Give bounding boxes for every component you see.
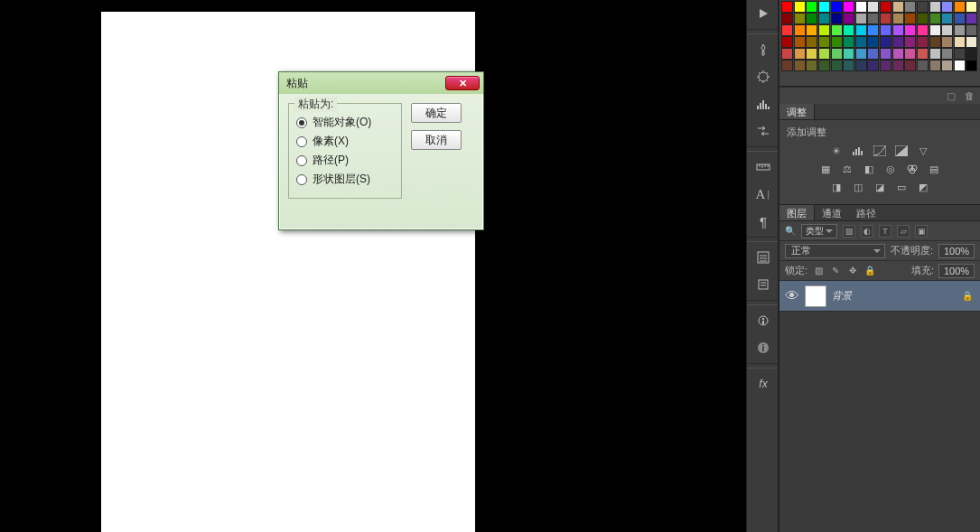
swatch[interactable]	[781, 60, 793, 71]
blend-mode-dropdown[interactable]: 正常	[785, 244, 885, 258]
swatch[interactable]	[843, 24, 854, 36]
levels-icon[interactable]	[851, 145, 865, 157]
swatch[interactable]	[941, 48, 953, 60]
swatch[interactable]	[855, 60, 867, 71]
swatch[interactable]	[904, 13, 916, 24]
gradient-map-icon[interactable]: ▭	[894, 181, 909, 193]
swatch[interactable]	[818, 48, 830, 60]
invert-icon[interactable]: ◨	[829, 181, 844, 193]
swatch[interactable]	[966, 48, 977, 60]
curves-icon[interactable]	[873, 145, 887, 157]
swatch[interactable]	[855, 24, 867, 36]
swatch[interactable]	[941, 36, 953, 48]
layer-row[interactable]: 👁 背景 🔒	[779, 281, 980, 312]
swatch[interactable]	[843, 36, 854, 48]
swatch[interactable]	[843, 48, 854, 60]
swatch[interactable]	[966, 24, 977, 36]
tab-paths[interactable]: 路径	[849, 205, 883, 220]
filter-shape-icon[interactable]: ▱	[897, 225, 910, 238]
list-icon[interactable]	[747, 244, 779, 271]
brightness-icon[interactable]: ☀	[829, 145, 844, 157]
balance-icon[interactable]: ⚖	[840, 163, 854, 175]
swatch[interactable]	[917, 24, 929, 36]
brush-preset-icon[interactable]	[747, 36, 779, 63]
tab-channels[interactable]: 通道	[815, 205, 849, 220]
swatch[interactable]	[892, 36, 904, 48]
lookup-icon[interactable]: ▤	[927, 163, 941, 175]
swatch[interactable]	[904, 36, 916, 48]
swatch[interactable]	[954, 60, 966, 71]
swatch[interactable]	[818, 60, 830, 71]
swatch[interactable]	[867, 1, 879, 13]
opacity-value[interactable]: 100%	[938, 244, 975, 258]
swatch[interactable]	[818, 13, 830, 24]
swatch[interactable]	[818, 24, 830, 36]
layers-swap-icon[interactable]	[747, 117, 779, 145]
notes-icon[interactable]	[747, 271, 779, 298]
filter-type-dropdown[interactable]: 类型	[801, 224, 837, 238]
swatch[interactable]	[954, 24, 966, 36]
bw-icon[interactable]: ◧	[862, 163, 876, 175]
fx-icon[interactable]: fx	[747, 370, 779, 397]
swatch[interactable]	[892, 1, 904, 13]
swatch[interactable]	[929, 60, 941, 71]
swatch[interactable]	[855, 36, 867, 48]
tab-adjustments[interactable]: 调整	[779, 104, 815, 119]
swatch[interactable]	[806, 48, 817, 60]
swatch[interactable]	[904, 24, 916, 36]
swatch[interactable]	[855, 1, 867, 13]
filter-pixel-icon[interactable]: ▧	[843, 225, 855, 238]
swatch[interactable]	[904, 48, 916, 60]
swatch[interactable]	[954, 36, 966, 48]
swatch[interactable]	[917, 60, 929, 71]
swatch[interactable]	[917, 36, 929, 48]
swatch[interactable]	[843, 1, 854, 13]
radio-option-0[interactable]: 智能对象(O)	[296, 115, 394, 130]
swatch[interactable]	[781, 36, 793, 48]
swatch[interactable]	[855, 13, 867, 24]
swatch[interactable]	[966, 36, 977, 48]
swatch[interactable]	[781, 1, 793, 13]
swatch[interactable]	[794, 48, 806, 60]
lock-transparency-icon[interactable]: ▨	[812, 265, 825, 277]
swatch[interactable]	[831, 36, 843, 48]
lock-image-icon[interactable]: ✎	[829, 265, 842, 277]
swatch[interactable]	[781, 13, 793, 24]
lock-all-icon[interactable]: 🔒	[863, 265, 876, 277]
swatch[interactable]	[831, 13, 843, 24]
swatch[interactable]	[929, 13, 941, 24]
photo-filter-icon[interactable]: ◎	[883, 163, 898, 175]
swatch[interactable]	[966, 60, 977, 71]
close-button[interactable]: ✕	[445, 76, 480, 90]
swatch[interactable]	[794, 60, 806, 71]
text-a-icon[interactable]: A│	[747, 181, 779, 208]
swatch[interactable]	[831, 48, 843, 60]
swatch[interactable]	[831, 60, 843, 71]
swatch[interactable]	[880, 36, 891, 48]
radio-dot[interactable]	[296, 174, 307, 185]
ok-button[interactable]: 确定	[411, 103, 462, 123]
swatch[interactable]	[929, 24, 941, 36]
paragraph-icon[interactable]: ¶	[747, 208, 779, 235]
swatch[interactable]	[917, 13, 929, 24]
swatch[interactable]	[794, 36, 806, 48]
swatch[interactable]	[941, 60, 953, 71]
swatch[interactable]	[794, 13, 806, 24]
layers-list[interactable]: 👁 背景 🔒	[779, 281, 980, 532]
swatch[interactable]	[806, 13, 817, 24]
swatch[interactable]	[855, 48, 867, 60]
exposure-icon[interactable]	[894, 145, 909, 157]
dialog-titlebar[interactable]: 粘贴 ✕	[279, 72, 483, 94]
trash-icon[interactable]: 🗑	[962, 89, 976, 102]
vibrance-icon[interactable]: ▽	[916, 145, 930, 157]
swatch[interactable]	[929, 36, 941, 48]
swatch[interactable]	[904, 60, 916, 71]
radio-option-2[interactable]: 路径(P)	[296, 153, 394, 168]
radio-option-1[interactable]: 像素(X)	[296, 134, 394, 149]
filter-smart-icon[interactable]: ▣	[915, 225, 928, 238]
swatch[interactable]	[917, 1, 929, 13]
swatch[interactable]	[880, 60, 891, 71]
radio-dot[interactable]	[296, 136, 307, 147]
swatch[interactable]	[892, 24, 904, 36]
fill-value[interactable]: 100%	[938, 264, 975, 278]
